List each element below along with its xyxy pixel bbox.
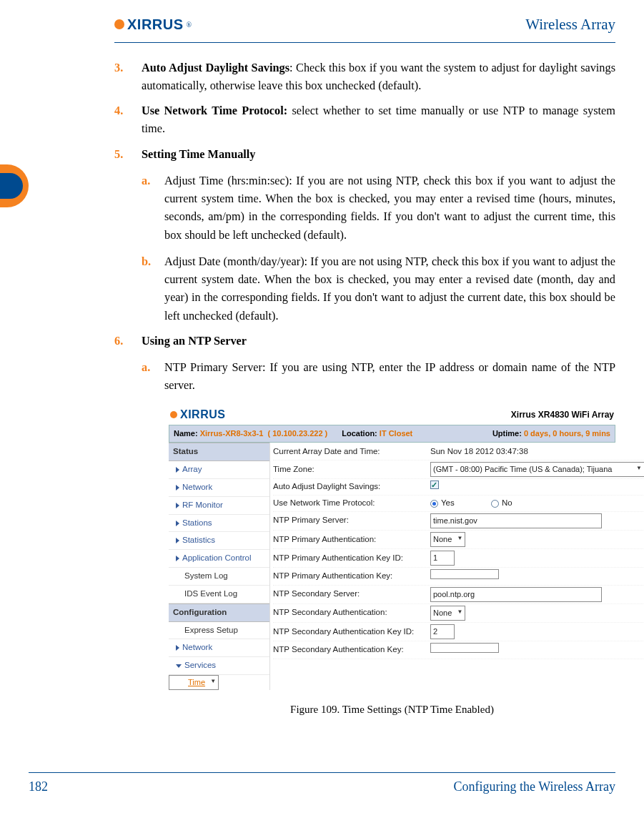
sidebar-item-network[interactable]: Network [169, 479, 269, 497]
ntp-primary-keyid-input[interactable]: 1 [430, 551, 455, 566]
chevron-right-icon [176, 538, 179, 543]
sidebar-item-rf-monitor[interactable]: RF Monitor [169, 497, 269, 515]
sub-list: a. NTP Primary Server: If you are using … [114, 358, 615, 718]
item-number: 6. [114, 332, 142, 350]
field-label: Current Array Date and Time: [273, 445, 430, 458]
field-label: Auto Adjust Daylight Savings: [273, 481, 430, 493]
ntp-primary-key-input[interactable] [430, 569, 499, 579]
field-label: NTP Primary Authentication Key: [273, 570, 430, 583]
item-text: Use Network Time Protocol: select whethe… [142, 102, 615, 138]
ntp-secondary-auth-select[interactable]: None [430, 606, 465, 621]
ntp-secondary-key-input[interactable] [430, 643, 499, 653]
item-number: 5. [114, 145, 142, 163]
sidebar-item-app-control[interactable]: Application Control [169, 550, 269, 568]
dst-checkbox[interactable] [430, 481, 439, 489]
ntp-yes-radio[interactable] [430, 500, 438, 508]
chevron-right-icon [176, 485, 179, 491]
logo-dot-icon [170, 411, 177, 418]
chevron-right-icon [176, 645, 179, 651]
sidebar-item-statistics[interactable]: Statistics [169, 532, 269, 550]
side-tab-icon [0, 164, 29, 207]
sidebar-item-express[interactable]: Express Setup [169, 622, 269, 640]
sub-list: a. Adjust Time (hrs:min:sec): If you are… [114, 172, 615, 325]
sub-item: a. NTP Primary Server: If you are using … [142, 358, 615, 395]
registered-icon: ® [187, 19, 192, 31]
logo-dot-icon [114, 19, 124, 29]
field-label: NTP Secondary Server: [273, 588, 430, 601]
field-label: Use Network Time Protocol: [273, 497, 430, 510]
footer-rule [29, 772, 615, 774]
ntp-primary-input[interactable]: time.nist.gov [430, 513, 602, 528]
ntp-secondary-keyid-input[interactable]: 2 [430, 624, 455, 639]
brand-logo: XIRRUS® [114, 14, 192, 36]
settings-form: Current Array Date and Time:Sun Nov 18 2… [270, 443, 644, 690]
sidebar-item-network2[interactable]: Network [169, 639, 269, 657]
field-label: NTP Secondary Authentication Key: [273, 644, 430, 656]
sub-item: b. Adjust Date (month/day/year): If you … [142, 252, 615, 325]
sub-marker: a. [142, 358, 164, 395]
list-item: 5. Setting Time Manually [114, 145, 615, 163]
sidebar-section-config: Configuration [169, 603, 269, 622]
field-value: Sun Nov 18 2012 03:47:38 [430, 445, 528, 458]
item-number: 3. [114, 59, 142, 95]
sidebar-item-array[interactable]: Array [169, 461, 269, 479]
sub-marker: b. [142, 252, 164, 325]
ntp-no-radio[interactable] [491, 500, 499, 508]
page-number: 182 [29, 777, 48, 797]
figure: XIRRUS Xirrus XR4830 WiFi Array Name: Xi… [169, 405, 615, 719]
status-bar: Name: Xirrus-XR8-3x3-1 ( 10.100.23.222 )… [169, 425, 615, 443]
list-item: 4. Use Network Time Protocol: select whe… [114, 102, 615, 138]
footer-section: Configuring the Wireless Array [454, 777, 615, 797]
page-header: XIRRUS® Wireless Array [0, 0, 644, 39]
figure-caption: Figure 109. Time Settings (NTP Time Enab… [169, 701, 615, 718]
list-item: 3. Auto Adjust Daylight Savings: Check t… [114, 59, 615, 95]
chevron-right-icon [176, 503, 179, 508]
fig-logo: XIRRUS [170, 406, 225, 424]
sidebar-item-system-log[interactable]: System Log [169, 568, 269, 586]
chevron-down-icon [176, 664, 182, 668]
field-label: NTP Primary Authentication: [273, 533, 430, 546]
page-footer: 182 Configuring the Wireless Array [0, 772, 644, 797]
item-text: Setting Time Manually [142, 145, 256, 163]
device-model: Xirrus XR4830 WiFi Array [511, 408, 614, 422]
item-text: Using an NTP Server [142, 332, 247, 350]
ntp-primary-auth-select[interactable]: None [430, 532, 465, 547]
item-text: Auto Adjust Daylight Savings: Check this… [142, 59, 615, 95]
field-label: Time Zone: [273, 463, 430, 476]
chevron-right-icon [176, 556, 179, 561]
sidebar-item-stations[interactable]: Stations [169, 515, 269, 533]
field-label: NTP Secondary Authentication: [273, 606, 430, 619]
timezone-select[interactable]: (GMT - 08:00) Pacific Time (US & Canada)… [430, 462, 644, 477]
sub-item: a. Adjust Time (hrs:min:sec): If you are… [142, 172, 615, 244]
chevron-right-icon [176, 467, 179, 473]
sub-text: NTP Primary Server: If you are using NTP… [164, 358, 615, 395]
field-label: NTP Primary Server: [273, 514, 430, 527]
item-number: 4. [114, 102, 142, 138]
sidebar-item-ids-log[interactable]: IDS Event Log [169, 586, 269, 603]
sub-text: Adjust Time (hrs:min:sec): If you are no… [164, 172, 615, 244]
sub-marker: a. [142, 172, 164, 244]
ntp-secondary-input[interactable]: pool.ntp.org [430, 587, 602, 602]
sidebar-section-status: Status [169, 443, 269, 461]
logo-text: XIRRUS [180, 406, 225, 424]
doc-title: Wireless Array [525, 13, 615, 36]
sidebar-item-services[interactable]: Services [169, 657, 269, 675]
sidebar-item-time[interactable]: Time [169, 675, 219, 690]
sub-text: Adjust Date (month/day/year): If you are… [164, 252, 615, 325]
field-label: NTP Primary Authentication Key ID: [273, 552, 430, 565]
field-label: NTP Secondary Authentication Key ID: [273, 626, 430, 639]
logo-text: XIRRUS [127, 14, 184, 36]
list-item: 6. Using an NTP Server [114, 332, 615, 350]
body-content: 3. Auto Adjust Daylight Savings: Check t… [0, 43, 644, 719]
chevron-right-icon [176, 521, 179, 526]
nav-sidebar: Status Array Network RF Monitor Stations… [169, 443, 270, 690]
